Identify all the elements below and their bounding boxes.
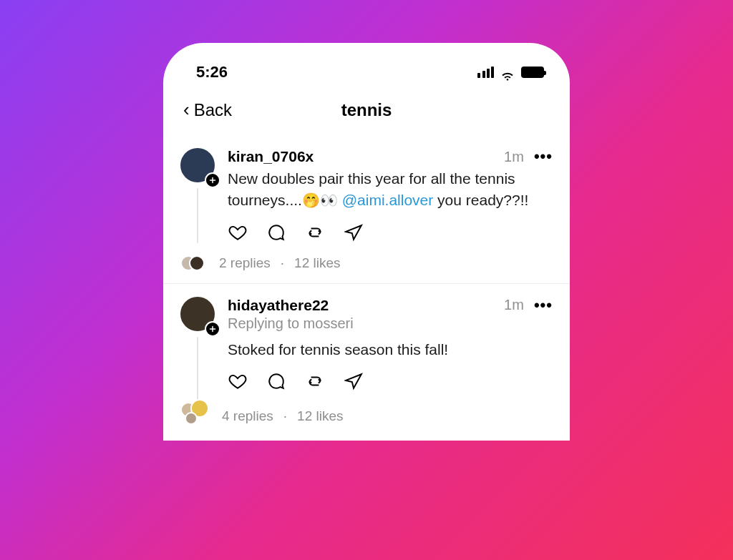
more-button[interactable]: •••	[534, 298, 553, 313]
gradient-background: 5:26 ‹ Back tennis	[0, 0, 733, 560]
wifi-icon	[500, 67, 515, 78]
post-text: Stoked for tennis season this fall!	[228, 339, 553, 360]
comment-button[interactable]	[266, 222, 286, 242]
battery-icon	[521, 67, 544, 78]
share-button[interactable]	[344, 222, 364, 242]
thread-line	[197, 188, 198, 243]
mini-avatar	[185, 412, 198, 425]
follow-plus-icon[interactable]	[205, 321, 220, 337]
username[interactable]: hidayathere22	[228, 297, 329, 314]
mini-avatar	[189, 255, 205, 271]
more-button[interactable]: •••	[534, 149, 553, 164]
post-meta: 4 replies · 12 likes	[180, 402, 553, 431]
nav-header: ‹ Back tennis	[163, 94, 570, 135]
status-time: 5:26	[196, 63, 228, 82]
comment-button[interactable]	[266, 371, 286, 391]
action-row	[228, 222, 553, 243]
text-segment: Stoked for tennis season this fall!	[228, 341, 448, 358]
text-segment: you ready??!!	[433, 192, 528, 208]
reply-avatars[interactable]	[180, 402, 212, 431]
mention-link[interactable]: @aimi.allover	[342, 192, 434, 208]
cellular-icon	[477, 67, 494, 78]
replies-link[interactable]: 2 replies	[219, 255, 271, 271]
post-text: New doubles pair this year for all the t…	[228, 168, 553, 212]
replying-to[interactable]: Replying to mosseri	[228, 315, 553, 332]
reply-avatars[interactable]	[180, 253, 209, 273]
back-button[interactable]: ‹ Back	[183, 99, 232, 121]
likes-link[interactable]: 12 likes	[297, 408, 343, 424]
phone-frame: 5:26 ‹ Back tennis	[163, 43, 570, 441]
timestamp: 1m	[504, 149, 524, 165]
repost-button[interactable]	[305, 222, 325, 242]
chevron-left-icon: ‹	[183, 99, 190, 121]
post-meta: 2 replies · 12 likes	[180, 253, 553, 273]
timestamp: 1m	[504, 297, 524, 313]
repost-button[interactable]	[305, 371, 325, 391]
avatar-container[interactable]	[180, 297, 218, 334]
action-row	[228, 370, 553, 392]
status-bar: 5:26	[163, 60, 570, 94]
separator: ·	[283, 408, 287, 424]
thread-line	[197, 337, 198, 401]
follow-plus-icon[interactable]	[205, 172, 220, 188]
back-label: Back	[194, 100, 232, 120]
likes-link[interactable]: 12 likes	[294, 255, 340, 271]
like-button[interactable]	[228, 371, 248, 391]
username[interactable]: kiran_0706x	[228, 148, 314, 165]
like-button[interactable]	[228, 222, 248, 242]
avatar-container[interactable]	[180, 148, 218, 185]
emoji: 🤭👀	[302, 192, 338, 208]
replies-link[interactable]: 4 replies	[222, 408, 273, 424]
status-indicators	[477, 67, 544, 78]
post: kiran_0706x 1m ••• New doubles pair this…	[163, 135, 570, 284]
share-button[interactable]	[344, 371, 364, 391]
post: hidayathere22 1m ••• Replying to mosseri…	[163, 284, 570, 441]
separator: ·	[281, 255, 284, 271]
